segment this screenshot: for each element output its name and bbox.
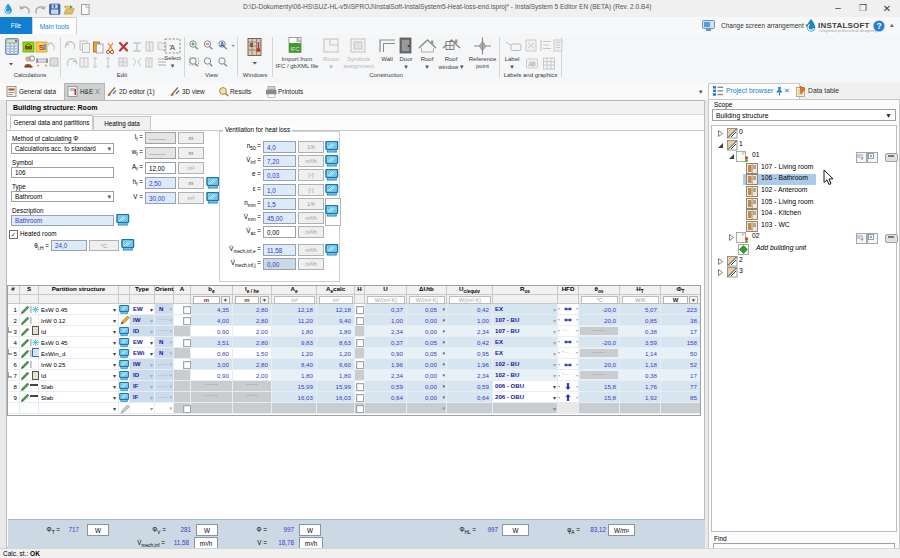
svg-text:A: A: [170, 43, 176, 52]
svg-text:IFC: IFC: [291, 46, 300, 52]
svg-text:A: A: [220, 41, 225, 48]
svg-text:?: ?: [876, 21, 881, 31]
svg-text:AB: AB: [529, 61, 536, 67]
